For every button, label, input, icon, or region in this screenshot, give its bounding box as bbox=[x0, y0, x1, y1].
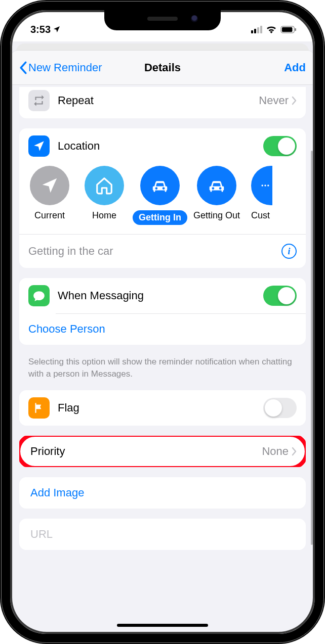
flag-row: Flag bbox=[19, 390, 306, 426]
flag-label: Flag bbox=[58, 401, 263, 415]
chevron-right-icon bbox=[292, 96, 297, 105]
svg-point-3 bbox=[262, 185, 263, 186]
svg-point-5 bbox=[267, 185, 269, 186]
location-services-icon bbox=[53, 25, 61, 33]
location-detail-text: Getting in the car bbox=[28, 245, 113, 258]
repeat-row[interactable]: Repeat Never bbox=[19, 87, 306, 118]
chip-label: Getting Out bbox=[193, 210, 240, 221]
current-location-icon bbox=[30, 166, 69, 205]
home-indicator[interactable] bbox=[117, 624, 208, 627]
phone-notch bbox=[104, 10, 221, 30]
url-input[interactable] bbox=[30, 528, 297, 541]
navigation-bar: New Reminder Details Add bbox=[10, 51, 315, 85]
priority-group: Priority None bbox=[19, 436, 306, 467]
flag-group: Flag bbox=[19, 390, 306, 426]
repeat-group: Repeat Never bbox=[19, 87, 306, 118]
phone-volume-up bbox=[0, 152, 3, 198]
flag-icon bbox=[28, 397, 50, 419]
add-image-row[interactable]: Add Image bbox=[19, 477, 306, 509]
chip-current[interactable]: Current bbox=[28, 166, 71, 225]
home-icon bbox=[85, 166, 124, 205]
wifi-icon bbox=[266, 25, 277, 33]
url-row[interactable] bbox=[19, 519, 306, 550]
chip-getting-out[interactable]: Getting Out bbox=[194, 166, 239, 225]
location-label: Location bbox=[58, 140, 263, 153]
status-time: 3:53 bbox=[30, 24, 51, 35]
add-image-label: Add Image bbox=[30, 486, 84, 499]
priority-value: None bbox=[262, 445, 289, 458]
location-detail-row[interactable]: Getting in the car i bbox=[19, 234, 306, 268]
phone-side-button bbox=[322, 162, 325, 233]
phone-silence-switch bbox=[0, 111, 3, 136]
svg-rect-1 bbox=[282, 27, 293, 31]
choose-person-label: Choose Person bbox=[28, 323, 105, 336]
choose-person-row[interactable]: Choose Person bbox=[19, 313, 306, 345]
info-icon[interactable]: i bbox=[281, 244, 297, 259]
messaging-footer: Selecting this option will show the remi… bbox=[10, 355, 315, 390]
svg-point-4 bbox=[264, 185, 266, 186]
car-icon bbox=[197, 166, 236, 205]
chip-label: Home bbox=[92, 210, 116, 221]
back-label: New Reminder bbox=[28, 61, 102, 74]
messages-icon bbox=[28, 285, 50, 306]
messaging-group: When Messaging Choose Person bbox=[19, 278, 306, 345]
location-toggle[interactable] bbox=[263, 136, 297, 156]
location-icon bbox=[28, 135, 50, 157]
phone-volume-down bbox=[0, 207, 3, 254]
chevron-left-icon bbox=[19, 61, 27, 74]
add-button[interactable]: Add bbox=[284, 61, 306, 74]
repeat-label: Repeat bbox=[58, 94, 259, 107]
priority-label: Priority bbox=[30, 445, 262, 458]
url-group bbox=[19, 519, 306, 550]
chip-getting-in[interactable]: Getting In bbox=[138, 166, 182, 225]
cellular-signal-icon bbox=[250, 26, 262, 33]
messaging-label: When Messaging bbox=[58, 289, 263, 302]
repeat-icon bbox=[28, 90, 50, 111]
chip-label: Getting In bbox=[133, 210, 187, 225]
location-chips: Current Home Getting In bbox=[19, 164, 306, 234]
scroll-indicator bbox=[311, 151, 313, 545]
flag-toggle[interactable] bbox=[263, 398, 297, 418]
add-image-group: Add Image bbox=[19, 477, 306, 509]
chip-home[interactable]: Home bbox=[83, 166, 126, 225]
back-button[interactable]: New Reminder bbox=[19, 61, 102, 74]
location-row: Location bbox=[19, 128, 306, 164]
messaging-row: When Messaging bbox=[19, 278, 306, 313]
location-group: Location Current Home bbox=[19, 128, 306, 268]
chip-custom[interactable]: Cust bbox=[251, 166, 272, 225]
svg-rect-2 bbox=[295, 28, 296, 31]
priority-row[interactable]: Priority None bbox=[19, 436, 306, 467]
chip-label: Current bbox=[34, 210, 65, 221]
battery-icon bbox=[280, 26, 297, 33]
car-icon bbox=[140, 166, 180, 205]
more-icon bbox=[251, 166, 272, 205]
messaging-toggle[interactable] bbox=[263, 286, 297, 306]
chevron-right-icon bbox=[292, 447, 297, 456]
repeat-value: Never bbox=[259, 94, 289, 107]
chip-label: Cust bbox=[251, 210, 270, 221]
